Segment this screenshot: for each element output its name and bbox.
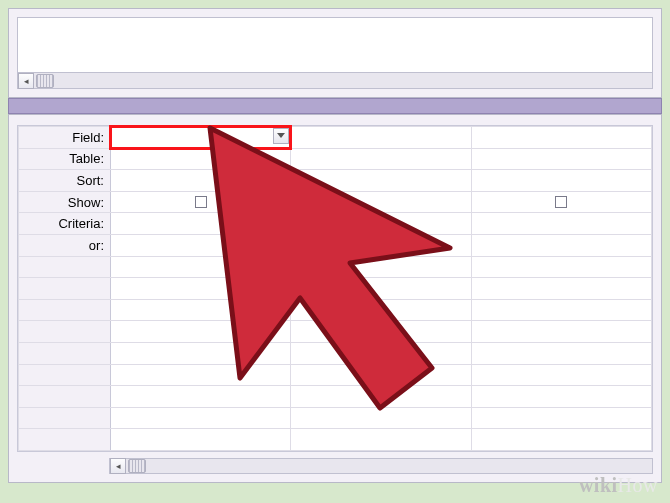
blank-cell[interactable] [111,321,291,343]
query-design-grid: Field: Table: [17,125,653,452]
arrow-glyph: ◂ [116,461,121,471]
label-blank [19,342,111,364]
blank-cell[interactable] [471,256,651,278]
chevron-down-icon [277,131,285,141]
blank-cell[interactable] [111,278,291,300]
blank-cell[interactable] [471,299,651,321]
or-cell-1[interactable] [291,234,471,256]
blank-cell[interactable] [291,429,471,451]
criteria-cell-0[interactable] [111,213,291,235]
watermark-wiki: wiki [579,474,618,496]
label-or: or: [19,234,111,256]
lower-panel: Field: Table: [8,114,662,483]
upper-h-scrollbar[interactable]: ◂ [18,72,652,88]
blank-cell[interactable] [111,407,291,429]
or-cell-2[interactable] [471,234,651,256]
sort-cell-2[interactable] [471,170,651,192]
table-cell-1[interactable] [291,148,471,170]
field-dropdown-button[interactable] [273,128,289,144]
blank-cell[interactable] [111,429,291,451]
field-cell-1[interactable] [291,127,471,149]
label-sort: Sort: [19,170,111,192]
label-blank [19,321,111,343]
blank-cell[interactable] [111,256,291,278]
show-cell-0[interactable] [111,191,291,213]
field-cell-0[interactable] [111,127,291,149]
label-blank [19,299,111,321]
label-field: Field: [19,127,111,149]
table-cell-0[interactable] [111,148,291,170]
blank-cell[interactable] [291,364,471,386]
show-cell-1[interactable] [291,191,471,213]
label-criteria: Criteria: [19,213,111,235]
show-cell-2[interactable] [471,191,651,213]
watermark-how: How [618,474,658,496]
blank-cell[interactable] [291,256,471,278]
scroll-grip-icon[interactable] [128,459,146,473]
label-blank [19,429,111,451]
upper-panel: ◂ [8,8,662,98]
blank-cell[interactable] [111,364,291,386]
blank-cell[interactable] [291,278,471,300]
sort-cell-0[interactable] [111,170,291,192]
scroll-left-arrow-icon[interactable]: ◂ [110,458,126,474]
label-show: Show: [19,191,111,213]
watermark: wikiHow [579,474,658,497]
blank-cell[interactable] [291,321,471,343]
field-cell-2[interactable] [471,127,651,149]
blank-cell[interactable] [111,386,291,408]
blank-cell[interactable] [291,299,471,321]
lower-h-scrollbar[interactable]: ◂ [109,458,653,474]
upper-panel-content: ◂ [17,17,653,89]
scroll-grip-icon[interactable] [36,74,54,88]
highlight-outline [109,125,292,150]
table-cell-2[interactable] [471,148,651,170]
label-blank [19,407,111,429]
blank-cell[interactable] [471,342,651,364]
label-table: Table: [19,148,111,170]
blank-cell[interactable] [111,299,291,321]
query-table: Field: Table: [18,126,652,451]
label-blank [19,256,111,278]
blank-cell[interactable] [291,407,471,429]
splitter-bar[interactable] [8,98,662,114]
show-checkbox-0[interactable] [195,196,207,208]
blank-cell[interactable] [471,429,651,451]
blank-cell[interactable] [471,386,651,408]
label-blank [19,278,111,300]
criteria-cell-1[interactable] [291,213,471,235]
label-blank [19,386,111,408]
sort-cell-1[interactable] [291,170,471,192]
blank-cell[interactable] [471,278,651,300]
blank-cell[interactable] [291,342,471,364]
arrow-glyph: ◂ [24,76,29,86]
blank-cell[interactable] [471,321,651,343]
label-blank [19,364,111,386]
scroll-left-arrow-icon[interactable]: ◂ [18,73,34,89]
criteria-cell-2[interactable] [471,213,651,235]
or-cell-0[interactable] [111,234,291,256]
blank-cell[interactable] [471,407,651,429]
blank-cell[interactable] [111,342,291,364]
blank-cell[interactable] [291,386,471,408]
blank-cell[interactable] [471,364,651,386]
show-checkbox-2[interactable] [555,196,567,208]
